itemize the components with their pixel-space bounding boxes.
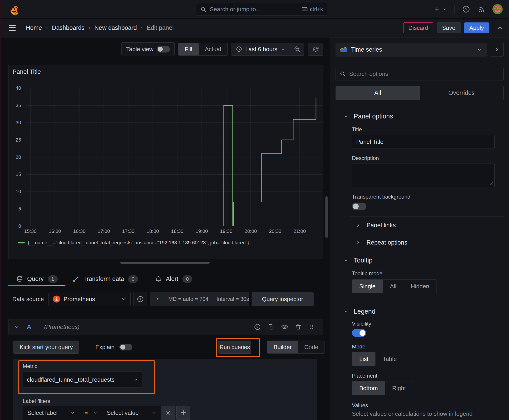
tab-transform[interactable]: Transform data 0 [73,275,138,283]
panel-options-header[interactable]: Panel options [343,113,504,120]
table-view-control: Table view [122,42,175,56]
panel-title-input[interactable] [352,135,495,149]
x-tick-label: 20:00 [244,228,257,234]
query-help-icon[interactable]: ? [254,323,261,330]
add-filter-button[interactable] [176,406,190,420]
grafana-edit-panel-screen: ctrl+k ? [0,0,509,420]
resize-handle-icon[interactable] [489,181,494,186]
tooltip-section-title: Tooltip [354,257,372,264]
label-filter-row: Select label = Select value [23,406,175,420]
save-button[interactable]: Save [437,22,461,33]
chart-legend[interactable]: {__name__="cloudflared_tunnel_total_requ… [18,240,249,246]
add-dropdown-button[interactable] [433,6,447,13]
transparent-bg-toggle[interactable] [352,202,366,210]
panel-title: Panel Title [13,68,41,75]
svg-text:?: ? [257,325,258,329]
panel-links-label: Panel links [366,222,396,229]
zoom-out-button[interactable] [290,43,304,55]
datasource-picker[interactable]: Prometheus [48,292,131,306]
global-search[interactable]: ctrl+k [196,3,327,16]
select-value-dropdown[interactable]: Select value [102,406,161,420]
legend-mode-list[interactable]: List [352,352,375,366]
legend-mode-table[interactable]: Table [375,352,404,366]
refresh-icon [312,46,319,52]
tab-overrides[interactable]: Overrides [420,86,504,100]
legend-placement-group: Bottom Right [352,381,413,395]
query-options-bar[interactable]: MD = auto = 704 Interval = 30s [150,292,249,306]
operator-value: = [84,409,88,416]
alert-count-badge: 0 [182,275,192,283]
refresh-button[interactable] [308,43,323,56]
explain-toggle[interactable] [119,344,132,351]
tooltip-section-header[interactable]: Tooltip [343,257,504,264]
duplicate-query-icon[interactable] [267,323,274,330]
tab-alert[interactable]: Alert 0 [155,275,192,283]
legend-placement-bottom[interactable]: Bottom [352,381,385,395]
grafana-logo-icon[interactable] [8,4,18,15]
screen-edge-strip [0,0,1,420]
pane-splitter-handle[interactable] [120,262,210,264]
query-row-header[interactable]: A (Prometheus) ? [8,319,323,335]
delete-query-icon[interactable] [295,323,302,330]
builder-option[interactable]: Builder [267,341,298,353]
edit-panel-main: Table view Fill Actual Last 6 hours [0,37,330,420]
code-option[interactable]: Code [298,341,325,353]
chevron-right-icon: › [141,25,143,31]
query-inspector-button[interactable]: Query inspector [251,292,313,306]
search-icon [200,6,206,12]
user-avatar[interactable] [492,4,503,14]
options-search[interactable] [335,67,504,81]
options-pane: All Overrides Panel options Title Descri… [330,62,509,417]
operator-dropdown[interactable]: = [80,406,102,420]
drag-handle-icon[interactable] [308,323,315,330]
menu-icon[interactable] [9,25,16,31]
discard-button[interactable]: Discard [403,22,433,33]
y-axis: 0510152025303540 [8,88,23,226]
tooltip-mode-hidden[interactable]: Hidden [403,279,436,293]
hide-query-icon[interactable] [281,323,288,330]
time-range-picker[interactable]: Last 6 hours [231,46,290,53]
max-data-points-stat: MD = auto = 704 [168,296,208,302]
select-value-placeholder: Select value [107,409,139,416]
tab-query[interactable]: Query 1 [16,275,58,283]
legend-section-header[interactable]: Legend [343,308,504,315]
legend-visibility-toggle[interactable] [352,329,366,337]
chevron-down-icon [343,258,349,263]
breadcrumb-new-dashboard[interactable]: New dashboard [94,24,137,31]
y-tick-label: 0 [18,223,21,229]
search-input[interactable] [209,6,298,13]
table-view-toggle[interactable] [157,46,170,52]
tooltip-mode-single[interactable]: Single [352,279,383,293]
database-icon [16,276,23,283]
fill-option[interactable]: Fill [178,43,198,55]
breadcrumb-home[interactable]: Home [26,24,42,31]
x-tick-label: 16:30 [73,228,85,234]
chevron-up-icon[interactable] [496,24,503,31]
bell-icon [155,276,162,283]
panel-links-section[interactable]: Panel links [356,217,504,234]
help-icon[interactable]: ? [462,5,470,13]
datasource-help-button[interactable]: ? [133,292,147,306]
collapse-query-icon[interactable] [14,324,20,330]
visualization-select[interactable]: Time series [335,43,486,57]
apply-button[interactable]: Apply [464,22,489,33]
tooltip-mode-all[interactable]: All [383,279,403,293]
description-textarea[interactable] [352,164,495,187]
y-tick-label: 5 [18,206,21,212]
actual-option[interactable]: Actual [199,43,227,55]
chevron-right-icon [155,296,160,302]
breadcrumb-dashboards[interactable]: Dashboards [52,24,85,31]
top-nav: ctrl+k ? [0,0,509,19]
table-view-label: Table view [126,46,153,53]
options-search-input[interactable] [349,70,499,78]
remove-filter-button[interactable] [161,406,175,420]
preview-panel[interactable]: Panel Title 0510152025303540 15:3016:001… [8,65,323,259]
select-label-dropdown[interactable]: Select label [23,406,80,420]
repeat-options-section[interactable]: Repeat options [356,234,504,251]
news-icon[interactable] [478,6,485,13]
tab-all[interactable]: All [336,86,420,100]
scrollbar-thumb[interactable] [326,196,328,238]
kick-start-query-button[interactable]: Kick start your query [14,341,79,354]
toggle-viz-picker-button[interactable] [490,43,504,57]
legend-placement-right[interactable]: Right [385,381,413,395]
